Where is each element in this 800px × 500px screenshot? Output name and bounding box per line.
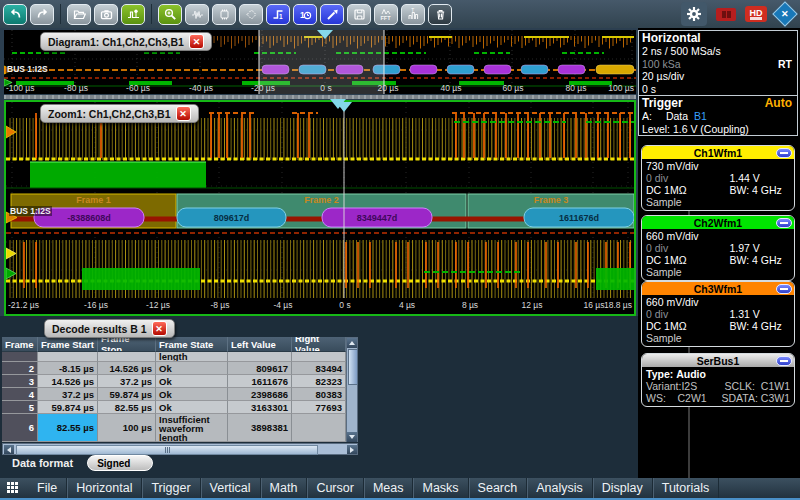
- trigger-sequence-button[interactable]: 1: [293, 4, 317, 25]
- menu-item-analysis[interactable]: Analysis: [527, 478, 593, 498]
- table-cell[interactable]: [2, 352, 38, 362]
- table-cell[interactable]: Ok: [156, 362, 228, 375]
- table-cell[interactable]: 4: [2, 388, 38, 401]
- table-cell[interactable]: [38, 352, 98, 362]
- column-header[interactable]: Frame State: [156, 337, 228, 352]
- menu-item-display[interactable]: Display: [593, 478, 653, 498]
- zoom1-plot[interactable]: Frame 1Frame 2Frame 3-8388608d809617d834…: [4, 100, 636, 316]
- decode-results-table[interactable]: FrameFrame StartFrame StopFrame StateLef…: [2, 337, 346, 442]
- zoom-reference-marker-icon[interactable]: [330, 99, 346, 109]
- tab-zoom1[interactable]: Zoom1: Ch1,Ch2,Ch3,B1 ✕: [40, 104, 199, 123]
- horizontal-scrollbar[interactable]: [2, 443, 358, 455]
- table-cell[interactable]: 82.55 µs: [98, 401, 156, 414]
- table-cell[interactable]: 100 µs: [98, 414, 156, 442]
- table-cell[interactable]: 809617: [228, 362, 292, 375]
- app-grid-icon[interactable]: [7, 482, 20, 495]
- probe-button[interactable]: [320, 4, 344, 25]
- column-header[interactable]: Frame Start: [38, 337, 98, 352]
- menu-item-horizontal[interactable]: Horizontal: [67, 478, 142, 498]
- histogram-button[interactable]: T: [401, 4, 425, 25]
- serbus1-signal-box[interactable]: SerBus1 Type: Audio Variant:I2S SCLK: C1…: [641, 353, 795, 407]
- annotation-button[interactable]: [121, 4, 145, 25]
- menu-item-search[interactable]: Search: [469, 478, 528, 498]
- menu-item-vertical[interactable]: Vertical: [201, 478, 261, 498]
- table-cell[interactable]: 3163301: [228, 401, 292, 414]
- zoom-button[interactable]: [158, 4, 182, 25]
- table-cell[interactable]: 77693: [292, 401, 346, 414]
- save-recall-button[interactable]: [347, 4, 371, 25]
- table-cell[interactable]: [98, 352, 156, 362]
- table-cell[interactable]: Insufficient waveform length: [156, 414, 228, 442]
- horizontal-trigger-panel[interactable]: Horizontal 2 ns / 500 MSa/s 100 kSa RT 2…: [638, 30, 798, 136]
- hd-mode-icon[interactable]: HD: [745, 6, 767, 22]
- close-icon[interactable]: ✕: [152, 321, 167, 336]
- ch2wfm1-signal-box[interactable]: Ch2Wfm1660 mV/div0 div1.97 VDC 1MΩBW: 4 …: [641, 215, 795, 281]
- table-cell[interactable]: 37.2 µs: [98, 375, 156, 388]
- menu-item-file[interactable]: File: [28, 478, 67, 498]
- table-cell[interactable]: [228, 352, 292, 362]
- column-header[interactable]: Frame Stop: [98, 337, 156, 352]
- fft-button[interactable]: FFT: [374, 4, 398, 25]
- table-row[interactable]: 437.2 µs59.874 µsOk239868680383: [2, 388, 346, 401]
- table-header-row[interactable]: FrameFrame StartFrame StopFrame StateLef…: [2, 337, 346, 352]
- diagram1-plot[interactable]: Diagram1: Ch1,Ch2,Ch3,B1 ✕ BUS 1:I2S -10…: [4, 30, 636, 94]
- screen-record-icon[interactable]: [716, 8, 736, 21]
- table-cell[interactable]: Ok: [156, 401, 228, 414]
- table-row[interactable]: 559.874 µs82.55 µsOk316330177693: [2, 401, 346, 414]
- table-cell[interactable]: 59.874 µs: [98, 388, 156, 401]
- table-row[interactable]: length: [2, 352, 346, 362]
- undo-button[interactable]: [3, 4, 27, 25]
- table-cell[interactable]: 80383: [292, 388, 346, 401]
- data-format-select[interactable]: Signed: [87, 455, 153, 471]
- delete-button[interactable]: [428, 4, 452, 25]
- tab-diagram1[interactable]: Diagram1: Ch1,Ch2,Ch3,B1 ✕: [40, 32, 212, 51]
- table-row[interactable]: 314.526 µs37.2 µsOk161167682323: [2, 375, 346, 388]
- table-cell[interactable]: Ok: [156, 375, 228, 388]
- settings-gear-icon[interactable]: [681, 2, 707, 26]
- scroll-thumb[interactable]: [16, 445, 318, 455]
- diagram-divider-ruler[interactable]: [4, 95, 636, 99]
- minimize-icon[interactable]: [776, 284, 792, 294]
- close-icon[interactable]: ✕: [176, 106, 191, 121]
- scroll-up-icon[interactable]: [347, 338, 357, 348]
- minimize-icon[interactable]: [776, 218, 792, 228]
- menu-item-trigger[interactable]: Trigger: [142, 478, 200, 498]
- menu-item-masks[interactable]: Masks: [413, 478, 468, 498]
- table-cell[interactable]: [292, 414, 346, 442]
- table-cell[interactable]: 6: [2, 414, 38, 442]
- tab-decode-results[interactable]: Decode results B 1 ✕: [44, 319, 175, 338]
- table-row[interactable]: 2-8.15 µs14.526 µsOk80961783494: [2, 362, 346, 375]
- ch3wfm1-signal-box[interactable]: Ch3Wfm1660 mV/div0 div1.31 VDC 1MΩBW: 4 …: [641, 281, 795, 347]
- screenshot-button[interactable]: [94, 4, 118, 25]
- close-icon[interactable]: ✕: [189, 34, 204, 49]
- trigger-edge-button[interactable]: 1: [266, 4, 290, 25]
- table-cell[interactable]: 1611676: [228, 375, 292, 388]
- menu-item-tutorials[interactable]: Tutorials: [653, 478, 719, 498]
- table-cell[interactable]: [292, 352, 346, 362]
- table-cell[interactable]: 82323: [292, 375, 346, 388]
- table-cell[interactable]: 5: [2, 401, 38, 414]
- table-cell[interactable]: -8.15 µs: [38, 362, 98, 375]
- table-cell[interactable]: 14.526 µs: [98, 362, 156, 375]
- ch1wfm1-signal-box[interactable]: Ch1Wfm1730 mV/div0 div1.44 VDC 1MΩBW: 4 …: [641, 145, 795, 211]
- vertical-scrollbar[interactable]: [346, 337, 358, 442]
- mask-test-button[interactable]: [239, 4, 263, 25]
- table-cell[interactable]: 2: [2, 362, 38, 375]
- menu-item-cursor[interactable]: Cursor: [307, 478, 364, 498]
- table-cell[interactable]: 59.874 µs: [38, 401, 98, 414]
- table-cell[interactable]: Ok: [156, 388, 228, 401]
- scroll-left-icon[interactable]: [4, 445, 14, 454]
- scroll-thumb[interactable]: [348, 349, 358, 385]
- column-header[interactable]: Left Value: [228, 337, 292, 352]
- table-cell[interactable]: 14.526 µs: [38, 375, 98, 388]
- minimize-icon[interactable]: [776, 356, 792, 366]
- table-row[interactable]: 682.55 µs100 µsInsufficient waveform len…: [2, 414, 346, 442]
- table-cell[interactable]: 3898381: [228, 414, 292, 442]
- reference-button[interactable]: [185, 4, 209, 25]
- table-cell[interactable]: 3: [2, 375, 38, 388]
- acquisition-button[interactable]: [212, 4, 236, 25]
- redo-button[interactable]: [30, 4, 54, 25]
- menu-item-meas[interactable]: Meas: [364, 478, 414, 498]
- column-header[interactable]: Frame: [2, 337, 38, 352]
- open-button[interactable]: [67, 4, 91, 25]
